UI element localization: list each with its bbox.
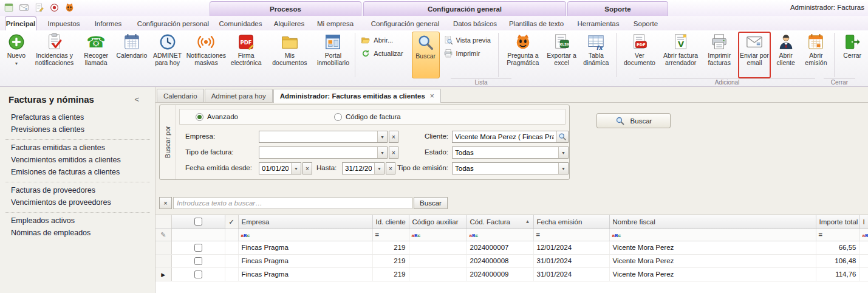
nuevo-button[interactable]: Nuevo ▼	[2, 32, 30, 78]
sidebar-item-facturas-proveedores[interactable]: Facturas de proveedores	[5, 184, 150, 196]
sidebar-item-nominas-empleados[interactable]: Nóminas de empleados	[5, 227, 150, 239]
table-row[interactable]: Fincas Pragma 219 2024000008 31/01/2024 …	[155, 254, 868, 267]
doc-tab-administrador-facturas[interactable]: Administrador: Facturas emitidas a clien…	[273, 89, 441, 103]
filter-cell-id-cliente[interactable]: =	[372, 229, 409, 241]
fecha-desde-picker[interactable]: ▼	[259, 162, 301, 174]
tab-herramientas[interactable]: Herramientas	[575, 17, 622, 30]
fecha-desde-input[interactable]	[259, 163, 291, 174]
tab-comunidades[interactable]: Comunidades	[217, 17, 264, 30]
estado-combo[interactable]: ▼	[452, 146, 569, 159]
doc-tab-calendario[interactable]: Calendario	[157, 89, 204, 102]
calendario-button[interactable]: Calendario	[115, 32, 149, 78]
tab-configuracion-personal[interactable]: Configuración personal	[136, 17, 210, 30]
ver-documento-button[interactable]: Ver documento	[620, 32, 660, 78]
row-select-cell[interactable]	[171, 241, 225, 254]
sidebar-item-facturas-emitidas[interactable]: Facturas emitidas a clientes	[5, 142, 150, 154]
sidebar-collapse-chevron[interactable]: <	[134, 95, 139, 104]
cerrar-button[interactable]: Cerrar	[838, 32, 867, 78]
column-header-codigo-auxiliar[interactable]: Código auxiliar	[409, 215, 466, 229]
imprimir-button[interactable]: Imprimir	[441, 48, 495, 59]
exportar-excel-button[interactable]: Exportar a excel	[545, 32, 578, 78]
sidebar-item-emisiones-facturas[interactable]: Emisiones de facturas a clientes	[5, 166, 150, 178]
fecha-desde-clear-button[interactable]: ×	[302, 162, 312, 174]
row-checkbox[interactable]	[194, 271, 202, 278]
chevron-down-icon[interactable]: ▼	[291, 163, 301, 174]
mail-icon[interactable]	[19, 2, 29, 13]
tab-impuestos[interactable]: Impuestos	[45, 17, 83, 30]
estado-input[interactable]	[453, 147, 558, 158]
mis-documentos-button[interactable]: Mis documentos	[266, 32, 313, 78]
cliente-input[interactable]	[453, 131, 556, 142]
pregunta-pragmatica-button[interactable]: Pregunta a Pragmática	[502, 32, 544, 78]
pragmatica-icon[interactable]	[64, 2, 75, 13]
vista-previa-button[interactable]: Vista previa	[441, 35, 495, 46]
empresa-input[interactable]	[259, 131, 377, 142]
tipo-factura-input[interactable]	[259, 147, 377, 158]
filter-cell-clipped[interactable]: aB	[859, 229, 868, 241]
filter-cell-importe-total[interactable]: =	[816, 229, 859, 241]
fecha-hasta-input[interactable]	[343, 163, 374, 174]
tab-mi-empresa[interactable]: Mi empresa	[315, 17, 356, 30]
tab-soporte[interactable]: Soporte	[629, 17, 662, 30]
radio-codigo-factura[interactable]: Código de factura	[334, 113, 401, 121]
filter-cell-fecha-emision[interactable]: =	[533, 229, 609, 241]
app-icon[interactable]	[4, 2, 14, 13]
select-all-header[interactable]	[171, 215, 225, 229]
table-row[interactable]: Fincas Pragma 219 2024000007 12/01/2024 …	[155, 241, 868, 254]
recoger-llamada-button[interactable]: Recoger llamada	[78, 32, 114, 78]
actualizar-button[interactable]: Actualizar	[358, 48, 411, 59]
edit-note-icon[interactable]	[34, 2, 44, 13]
empresa-combo[interactable]: ▼	[259, 131, 388, 143]
tipo-emision-input[interactable]	[453, 163, 558, 174]
abrir-cliente-button[interactable]: Abrir cliente	[772, 32, 800, 78]
abrir-factura-arrendador-button[interactable]: Abrir factura arrendador	[661, 32, 701, 78]
tab-informes[interactable]: Informes	[91, 17, 125, 30]
tab-principal[interactable]: Principal	[5, 16, 36, 30]
cliente-lookup[interactable]	[452, 131, 569, 143]
select-all-checkbox[interactable]	[194, 218, 202, 226]
notificaciones-masivas-button[interactable]: Notificaciones masivas	[186, 32, 226, 78]
panel-buscar-button[interactable]: Buscar	[596, 113, 671, 128]
chevron-down-icon[interactable]: ▼	[558, 163, 568, 174]
tab-configuracion-general[interactable]: Configuración general	[368, 17, 442, 30]
adminet-para-hoy-button[interactable]: ADMINET para hoy	[150, 32, 185, 78]
enviar-por-email-button[interactable]: Enviar por email	[738, 32, 771, 78]
check-column-header[interactable]: ✓	[225, 215, 238, 229]
table-row[interactable]: ▶ Fincas Pragma 219 2024000009 31/01/202…	[155, 267, 868, 281]
radio-avanzado[interactable]: Avanzado	[196, 113, 238, 121]
abrir-button[interactable]: Abrir...	[358, 35, 411, 46]
record-icon[interactable]	[49, 2, 60, 13]
quick-buscar-button[interactable]: Buscar	[414, 197, 448, 209]
column-header-nombre-fiscal[interactable]: Nombre fiscal	[609, 215, 816, 229]
column-header-id-cliente[interactable]: Id. cliente	[372, 215, 409, 229]
filter-cell-nombre-fiscal[interactable]: aBc	[609, 229, 816, 241]
filter-cell[interactable]	[225, 229, 238, 241]
doc-tab-adminet-para-hoy[interactable]: Adminet para hoy	[205, 89, 273, 102]
search-icon[interactable]	[556, 131, 568, 142]
close-icon[interactable]: ×	[430, 92, 434, 100]
buscar-ribbon-button[interactable]: Buscar	[412, 32, 440, 78]
row-checkbox[interactable]	[194, 257, 202, 265]
imprimir-facturas-button[interactable]: Imprimir facturas	[702, 32, 737, 78]
tab-plantillas-de-texto[interactable]: Plantillas de texto	[504, 17, 569, 30]
sidebar-item-previsiones[interactable]: Previsiones a clientes	[5, 123, 150, 136]
column-header-cod-factura[interactable]: Cód. Factura ▲	[466, 215, 533, 229]
tipo-factura-combo[interactable]: ▼	[259, 146, 388, 159]
column-header-empresa[interactable]: Empresa	[238, 215, 372, 229]
tab-datos-basicos[interactable]: Datos básicos	[449, 17, 501, 30]
column-header-clipped[interactable]: I	[859, 215, 868, 229]
abrir-emision-button[interactable]: Abrir emisión	[801, 32, 832, 78]
filter-cell-empresa[interactable]: aBc	[238, 229, 372, 241]
filter-cell-codigo-auxiliar[interactable]: aBc	[409, 229, 466, 241]
column-header-importe-total[interactable]: Importe total	[816, 215, 859, 229]
tab-alquileres[interactable]: Alquileres	[271, 17, 307, 30]
incidencias-button[interactable]: Incidencias y notificaciones	[32, 32, 78, 78]
row-select-cell[interactable]	[171, 254, 225, 267]
row-checkbox[interactable]	[194, 244, 202, 252]
filter-cell-cod-factura[interactable]: aBc	[466, 229, 533, 241]
sidebar-item-vencimientos-emitidos[interactable]: Vencimientos emitidos a clientes	[5, 154, 150, 166]
firma-electronica-button[interactable]: Firma electrónica	[227, 32, 265, 78]
clear-filter-button[interactable]: ×	[159, 197, 172, 209]
sidebar-item-vencimientos-proveedores[interactable]: Vencimientos de proveedores	[5, 196, 150, 209]
sidebar-item-prefacturas[interactable]: Prefacturas a clientes	[5, 111, 150, 123]
